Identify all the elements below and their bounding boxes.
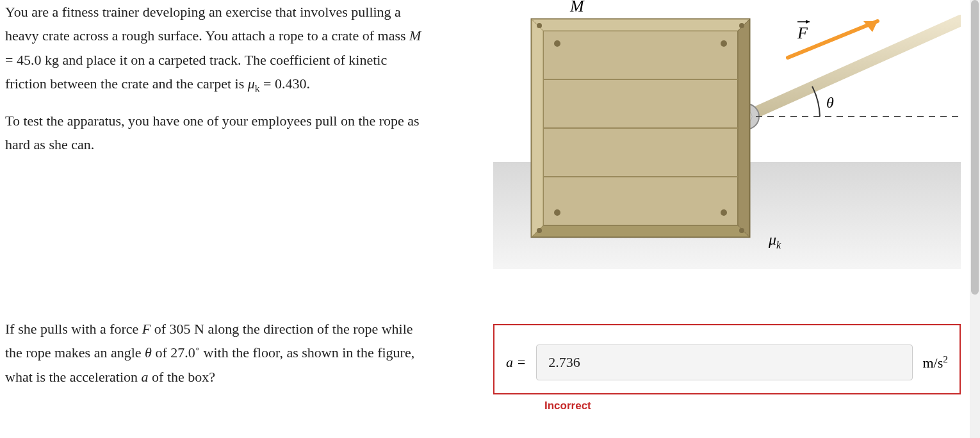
scrollbar-thumb[interactable]	[971, 0, 979, 295]
problem-para-2: To test the apparatus, you have one of y…	[5, 109, 428, 157]
text-run: You are a fitness trainer developing an …	[5, 4, 409, 44]
answer-units: m/s2	[923, 353, 949, 371]
feedback-message: Incorrect	[544, 400, 961, 412]
answer-group: a = m/s2 Incorrect	[493, 324, 961, 412]
svg-point-17	[537, 228, 542, 233]
svg-marker-5	[738, 19, 749, 237]
answer-input[interactable]	[536, 345, 912, 380]
text-run: of the box?	[149, 369, 215, 385]
svg-marker-7	[532, 19, 543, 237]
answer-box: a = m/s2	[493, 324, 961, 394]
units-sup: 2	[943, 353, 948, 364]
problem-statement: You are a fitness trainer developing an …	[5, 0, 428, 168]
svg-point-18	[739, 228, 744, 233]
problem-text: You are a fitness trainer developing an …	[5, 0, 428, 157]
physics-figure: M F θ μk	[493, 0, 961, 269]
problem-para-1: You are a fitness trainer developing an …	[5, 0, 428, 97]
svg-point-16	[739, 23, 744, 28]
scrollbar[interactable]	[970, 0, 980, 438]
units-base: m/s	[923, 355, 943, 371]
label-M: M	[569, 0, 585, 15]
variable-a: a	[142, 369, 149, 385]
text-run: If she pulls with a force	[5, 321, 142, 337]
svg-point-12	[721, 40, 727, 47]
svg-text:F: F	[797, 24, 808, 42]
crate	[532, 19, 749, 237]
text-run: = 45.0 kg and place it on a carpeted tra…	[5, 52, 387, 92]
svg-point-11	[554, 40, 560, 47]
variable-F: F	[142, 321, 151, 337]
label-theta: θ	[826, 94, 834, 111]
svg-marker-6	[532, 225, 749, 237]
svg-marker-4	[532, 19, 749, 31]
variable-M: M	[409, 28, 421, 44]
svg-point-15	[537, 23, 542, 28]
answer-label: a =	[506, 354, 526, 371]
svg-line-0	[746, 20, 961, 117]
figure-svg: M F θ μk	[493, 0, 961, 269]
svg-point-13	[554, 209, 560, 216]
variable-theta: θ	[145, 345, 152, 361]
svg-marker-23	[806, 20, 810, 24]
svg-point-14	[721, 209, 727, 216]
label-F: F	[797, 20, 810, 42]
variable-mu: μ	[248, 76, 255, 92]
question-para: If she pulls with a force F of 305 N alo…	[5, 317, 428, 389]
rope	[733, 20, 961, 129]
text-run: = 0.430.	[259, 76, 309, 92]
question-text: If she pulls with a force F of 305 N alo…	[5, 317, 428, 389]
